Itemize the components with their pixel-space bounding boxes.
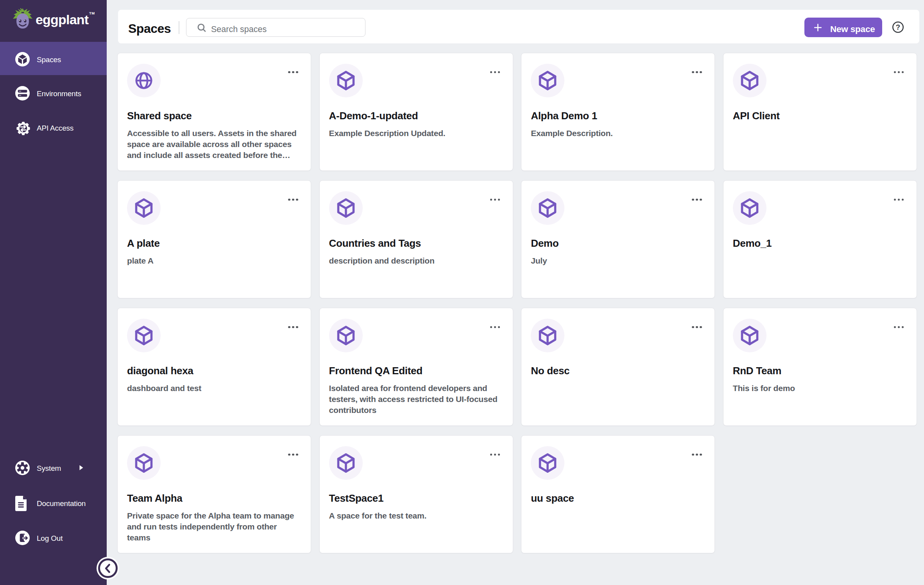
svg-text:?: ?: [896, 23, 900, 31]
